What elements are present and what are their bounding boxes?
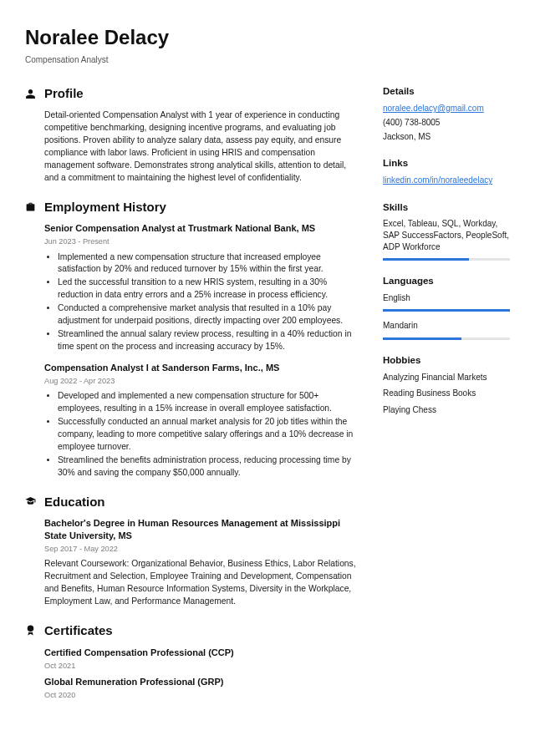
hobby-item: Reading Business Books <box>383 388 510 400</box>
hobby-item: Analyzing Financial Markets <box>383 372 510 384</box>
details-heading: Details <box>383 84 510 99</box>
entry-dates: Sep 2017 - May 2022 <box>44 544 359 555</box>
details-block: Details noralee.delacy@gmail.com (400) 7… <box>383 84 510 143</box>
email-link[interactable]: noralee.delacy@gmail.com <box>383 103 510 115</box>
language-bar-fill <box>383 309 510 312</box>
education-heading-text: Education <box>44 493 105 511</box>
education-heading: Education <box>25 493 359 511</box>
employment-entry: Compensation Analyst I at Sanderson Farm… <box>25 362 359 479</box>
aside-link[interactable]: linkedin.com/in/noraleedelacy <box>383 175 510 187</box>
language-bar <box>383 337 510 340</box>
entry-dates: Jun 2023 - Present <box>44 236 359 247</box>
hobbies-block: Hobbies Analyzing Financial MarketsReadi… <box>383 353 510 416</box>
phone-text: (400) 738-8005 <box>383 117 510 129</box>
employment-heading: Employment History <box>25 198 359 216</box>
entry-bullet: Streamlined the annual salary review pro… <box>58 328 359 353</box>
languages-block: Languages EnglishMandarin <box>383 274 510 340</box>
entry-title: Global Remuneration Professional (GRP) <box>44 676 359 688</box>
employment-section: Employment History Senior Compensation A… <box>25 198 359 479</box>
resume-header: Noralee Delacy Compensation Analyst <box>25 23 510 66</box>
languages-heading: Languages <box>383 274 510 288</box>
entry-bullet: Led the successful transition to a new H… <box>58 277 359 302</box>
profile-heading: Profile <box>25 84 359 103</box>
language-bar-fill <box>383 337 461 340</box>
links-block: Links linkedin.com/in/noraleedelacy <box>383 156 510 186</box>
entry-title: Compensation Analyst I at Sanderson Farm… <box>44 362 359 374</box>
briefcase-icon <box>25 201 36 212</box>
entry-title: Certified Compensation Professional (CCP… <box>44 647 359 659</box>
graduation-icon <box>25 496 36 507</box>
language-item: English <box>383 292 510 312</box>
entry-bullets: Implemented a new compensation structure… <box>44 251 359 353</box>
skills-block: Skills Excel, Tableau, SQL, Workday, SAP… <box>383 200 510 261</box>
entry-dates: Aug 2022 - Apr 2023 <box>44 376 359 387</box>
entry-bullet: Developed and implemented a new compensa… <box>58 390 359 415</box>
profile-section: Profile Detail-oriented Compensation Ana… <box>25 84 359 184</box>
skills-bar-fill <box>383 258 469 261</box>
employment-entry: Senior Compensation Analyst at Trustmark… <box>25 222 359 353</box>
certificate-entry: Certified Compensation Professional (CCP… <box>25 647 359 672</box>
language-bar <box>383 309 510 312</box>
employment-heading-text: Employment History <box>44 198 166 216</box>
person-icon <box>25 89 36 99</box>
certificates-heading: Certificates <box>25 622 359 640</box>
hobbies-heading: Hobbies <box>383 353 510 368</box>
location-text: Jackson, MS <box>383 131 510 143</box>
language-item: Mandarin <box>383 320 510 340</box>
links-heading: Links <box>383 156 510 170</box>
entry-dates: Oct 2021 <box>44 661 359 672</box>
aside-column: Details noralee.delacy@gmail.com (400) 7… <box>383 84 510 705</box>
entry-dates: Oct 2020 <box>44 690 359 701</box>
main-column: Profile Detail-oriented Compensation Ana… <box>25 84 359 705</box>
entry-desc: Relevant Coursework: Organizational Beha… <box>44 558 359 608</box>
certificates-heading-text: Certificates <box>44 622 113 640</box>
language-label: Mandarin <box>383 320 510 332</box>
language-label: English <box>383 292 510 305</box>
entry-title: Bachelor's Degree in Human Resources Man… <box>44 517 359 542</box>
skills-text: Excel, Tableau, SQL, Workday, SAP Succes… <box>383 218 510 253</box>
award-icon <box>25 625 36 636</box>
entry-bullet: Successfully conducted an annual market … <box>58 416 359 454</box>
entry-bullets: Developed and implemented a new compensa… <box>44 390 359 479</box>
education-entry: Bachelor's Degree in Human Resources Man… <box>25 517 359 608</box>
profile-text: Detail-oriented Compensation Analyst wit… <box>25 109 359 185</box>
education-section: Education Bachelor's Degree in Human Res… <box>25 493 359 608</box>
hobby-item: Playing Chess <box>383 404 510 417</box>
certificates-section: Certificates Certified Compensation Prof… <box>25 622 359 701</box>
person-name: Noralee Delacy <box>25 23 510 53</box>
entry-bullet: Implemented a new compensation structure… <box>58 251 359 277</box>
entry-bullet: Conducted a comprehensive market analysi… <box>58 302 359 327</box>
certificate-entry: Global Remuneration Professional (GRP)Oc… <box>25 676 359 701</box>
columns: Profile Detail-oriented Compensation Ana… <box>25 84 510 705</box>
entry-bullet: Streamlined the benefits administration … <box>58 454 359 479</box>
entry-title: Senior Compensation Analyst at Trustmark… <box>44 222 359 235</box>
skills-heading: Skills <box>383 200 510 215</box>
skills-bar <box>383 258 510 261</box>
person-title: Compensation Analyst <box>25 54 510 67</box>
profile-heading-text: Profile <box>44 84 84 103</box>
